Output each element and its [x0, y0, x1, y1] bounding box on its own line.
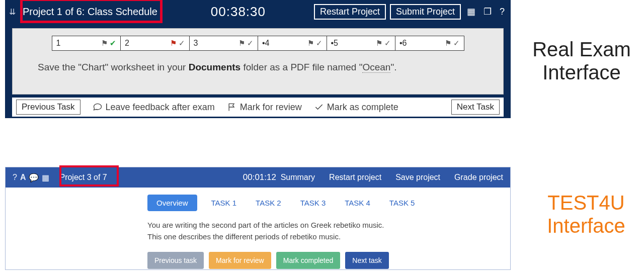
- previous-task-button[interactable]: Previous task: [147, 252, 204, 269]
- timer: 00:01:12: [243, 172, 276, 182]
- step-label: •5: [331, 39, 339, 48]
- test4u-label: TEST4UInterface: [531, 191, 641, 237]
- mark-review-label: Mark for review: [240, 102, 302, 113]
- summary-link[interactable]: Summary: [281, 173, 315, 182]
- tab-task-2[interactable]: TASK 2: [251, 195, 286, 211]
- restart-project-button[interactable]: Restart Project: [314, 4, 386, 20]
- flag-icon: ⚑: [170, 39, 177, 48]
- mark-complete-link[interactable]: Mark as complete: [314, 102, 398, 113]
- tab-task-3[interactable]: TASK 3: [295, 195, 331, 211]
- mark-complete-label: Mark as complete: [327, 102, 398, 113]
- leave-feedback-link[interactable]: Leave feedback after exam: [93, 102, 215, 113]
- restart-project-link[interactable]: Restart project: [329, 173, 381, 182]
- real-exam-label: Real ExamInterface: [519, 38, 644, 84]
- tab-overview[interactable]: Overview: [147, 195, 197, 211]
- step-6[interactable]: •6 ⚑✓: [395, 36, 464, 51]
- overview-description: You are writing the second part of the a…: [147, 219, 510, 243]
- step-label: 2: [125, 39, 129, 48]
- help-icon[interactable]: ?: [13, 173, 17, 182]
- check-icon: ✓: [179, 39, 185, 48]
- step-label: 3: [194, 39, 198, 48]
- mark-completed-button[interactable]: Mark completed: [276, 252, 341, 269]
- flag-icon: ⚑: [238, 39, 245, 48]
- submit-project-button[interactable]: Submit Project: [390, 4, 461, 20]
- restore-window-icon[interactable]: ❐: [481, 6, 494, 17]
- tab-task-4[interactable]: TASK 4: [340, 195, 375, 211]
- test4u-panel: ? A 💬 ▦ Project 3 of 7 00:01:12 Summary …: [5, 167, 511, 270]
- flag-icon: ⚑: [376, 39, 382, 48]
- step-5[interactable]: •5 ⚑✓: [327, 36, 396, 51]
- flag-icon: ⚑: [307, 39, 314, 48]
- step-label: 1: [56, 39, 61, 48]
- step-3[interactable]: 3 ⚑✓: [190, 36, 259, 51]
- next-task-button[interactable]: Next Task: [451, 100, 500, 115]
- check-icon: ✔: [110, 39, 116, 48]
- calculator-icon[interactable]: ▦: [42, 173, 49, 182]
- check-icon: ✓: [316, 39, 323, 48]
- text-icon[interactable]: A: [20, 173, 26, 182]
- check-icon: [314, 102, 324, 112]
- mark-review-link[interactable]: Mark for review: [227, 102, 302, 113]
- step-label: •4: [262, 39, 270, 48]
- project-title: Project 1 of 6: Class Schedule: [18, 4, 163, 20]
- feedback-label: Leave feedback after exam: [106, 102, 215, 113]
- timer: 00:38:30: [211, 4, 266, 20]
- next-task-button[interactable]: Next task: [345, 252, 388, 269]
- grade-project-link[interactable]: Grade project: [454, 173, 503, 182]
- instruction-area: 1 ⚑✔ 2 ⚑✓ 3 ⚑✓ •4 ⚑✓ •5 ⚑✓ •6 ⚑✓: [12, 28, 504, 95]
- check-icon: ✓: [384, 39, 391, 48]
- real-exam-panel: ⇊ Project 1 of 6: Class Schedule 00:38:3…: [5, 0, 511, 118]
- step-1[interactable]: 1 ⚑✔: [52, 36, 121, 51]
- step-4[interactable]: •4 ⚑✓: [258, 36, 327, 51]
- check-icon: ✓: [247, 39, 254, 48]
- flag-icon: [227, 102, 237, 112]
- check-icon: ✓: [453, 39, 460, 48]
- task-tabs: Overview TASK 1 TASK 2 TASK 3 TASK 4 TAS…: [147, 195, 510, 211]
- instruction-text: Save the "Chart" worksheet in your Docum…: [26, 62, 490, 73]
- flag-icon: ⚑: [445, 39, 451, 48]
- help-icon[interactable]: ?: [498, 7, 507, 17]
- speech-bubble-icon: [93, 102, 103, 112]
- calculator-icon[interactable]: ▦: [465, 6, 477, 17]
- step-label: •6: [399, 39, 407, 48]
- task-stepper: 1 ⚑✔ 2 ⚑✓ 3 ⚑✓ •4 ⚑✓ •5 ⚑✓ •6 ⚑✓: [52, 36, 464, 51]
- mark-review-button[interactable]: Mark for review: [209, 252, 271, 269]
- flag-icon: ⚑: [101, 39, 108, 48]
- tab-task-5[interactable]: TASK 5: [384, 195, 420, 211]
- project-indicator: Project 3 of 7: [54, 170, 112, 184]
- speech-bubble-icon[interactable]: 💬: [29, 173, 39, 182]
- bottom-toolbar: Previous Task Leave feedback after exam …: [12, 98, 504, 117]
- previous-task-button[interactable]: Previous Task: [16, 100, 80, 115]
- step-2[interactable]: 2 ⚑✓: [121, 36, 190, 51]
- collapse-icon[interactable]: ⇊: [9, 7, 16, 17]
- tab-task-1[interactable]: TASK 1: [206, 195, 242, 211]
- save-project-link[interactable]: Save project: [395, 173, 440, 182]
